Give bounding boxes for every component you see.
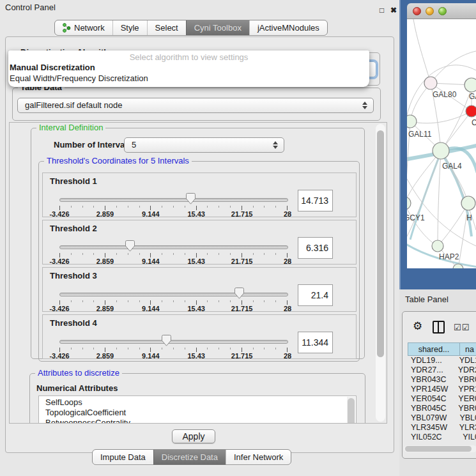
node-attribute-table: shared... na YDL19...YDL1YDR27...YDR2YBR… [408, 342, 476, 442]
table-cell[interactable]: YIL0 [458, 433, 476, 442]
table-cell[interactable]: YPR1 [454, 385, 476, 394]
tab-style[interactable]: Style [112, 20, 147, 35]
combobox-arrows-icon [362, 98, 367, 112]
list-scrollbar[interactable] [347, 397, 355, 424]
threshold-slider-thumb[interactable] [162, 335, 171, 346]
tab-label: Cyni Toolbox [194, 23, 242, 33]
threshold-slider-thumb[interactable] [125, 240, 135, 252]
close-icon[interactable]: ✖ [390, 3, 397, 18]
dropdown-option-equal-width[interactable]: Equal Width/Frequency Discretization [8, 73, 369, 84]
table-cell[interactable]: YDL19... [408, 356, 455, 365]
table-cell[interactable]: YIL052C [408, 433, 458, 442]
tab-network[interactable]: Network [55, 20, 112, 35]
table-cell[interactable]: YBL079W [408, 413, 455, 423]
threshold-panel: Threshold 4 -3.4262.8599.14415.4321.7152… [42, 314, 357, 359]
threshold-slider-track[interactable] [59, 245, 288, 249]
threshold-value-field[interactable]: 11.344 [298, 332, 333, 353]
split-view-icon[interactable] [433, 321, 445, 334]
network-node-gcy1[interactable] [407, 197, 411, 210]
threshold-slider-track[interactable] [59, 293, 288, 296]
tab-jactivemnodules[interactable]: jActiveMNodules [249, 20, 327, 35]
select-columns-icon[interactable]: ☑☑ [454, 323, 470, 332]
table-cell[interactable]: YER0 [454, 394, 476, 404]
table-cell[interactable]: YBR0 [454, 375, 476, 385]
slider-tick-labels: -3.4262.8599.14415.4321.71528 [59, 352, 288, 360]
network-node-h[interactable] [461, 196, 475, 210]
horizontal-scrollbar-thumb[interactable] [405, 446, 472, 452]
minimize-traffic-light[interactable] [426, 7, 434, 15]
zoom-traffic-light[interactable] [438, 7, 447, 15]
number-of-intervals-label: Number of Intervals [54, 140, 132, 150]
threshold-slider-track[interactable] [59, 340, 288, 344]
network-node-gal11[interactable] [407, 115, 417, 128]
table-row[interactable]: YDL19...YDL1 [408, 356, 476, 365]
threshold-value-field[interactable]: 6.316 [298, 237, 333, 259]
table-cell[interactable]: YDR27... [408, 365, 454, 375]
network-node-gal80[interactable] [424, 77, 437, 89]
dropdown-option-manual-discretization[interactable]: Manual Discretization [8, 62, 369, 73]
attribute-list-item[interactable]: TopologicalCoefficient [45, 408, 356, 418]
network-node-c[interactable] [466, 105, 476, 117]
table-cell[interactable]: YER054C [408, 394, 454, 404]
threshold-slider-track[interactable] [59, 198, 288, 202]
close-traffic-light[interactable] [413, 7, 421, 15]
node-label: C [472, 118, 476, 127]
network-canvas[interactable]: GAL80GACGAL11GAL4GCY1HHAP2 [407, 19, 476, 268]
cyni-toolbox-panel: Discretization Algorithm Table Data galF… [5, 36, 394, 453]
tab-cyni-toolbox[interactable]: Cyni Toolbox [186, 20, 249, 35]
node-label: GCY1 [407, 213, 425, 222]
table-row[interactable]: YBR043CYBR0 [408, 375, 476, 385]
node-label: HAP2 [439, 252, 459, 261]
tab-impute-data[interactable]: Impute Data [93, 450, 153, 464]
attribute-list-item[interactable]: SelfLoops [45, 397, 356, 408]
tab-label: Style [121, 23, 139, 33]
tick-label: 2.859 [96, 257, 114, 265]
number-of-intervals-value: 5 [132, 140, 136, 150]
number-of-intervals-spinner[interactable]: 5 [124, 137, 284, 153]
threshold-slider-thumb[interactable] [186, 193, 196, 204]
threshold-value-field[interactable]: 14.713 [298, 190, 333, 211]
table-row[interactable]: YLR345WYLR3 [408, 423, 476, 433]
attributes-group-title: Attributes to discretize [35, 369, 122, 378]
numerical-attributes-list[interactable]: SelfLoopsTopologicalCoefficientBetweenne… [38, 395, 357, 424]
table-row[interactable]: YBR045CYBR0 [408, 404, 476, 413]
column-header-shared-name[interactable]: shared... [408, 342, 460, 356]
threshold-value-field[interactable]: 21.4 [298, 284, 333, 306]
threshold-slider-thumb[interactable] [234, 288, 244, 299]
network-node-gal4[interactable] [433, 142, 449, 159]
settings-scroll-pane: Interval Definition Number of Intervals … [9, 122, 387, 424]
table-cell[interactable]: YDL1 [455, 356, 476, 365]
vertical-scrollbar-thumb[interactable] [377, 130, 384, 357]
node-label: GA [469, 92, 476, 101]
tick-label: 21.715 [231, 305, 253, 312]
tab-discretize-data[interactable]: Discretize Data [153, 450, 226, 464]
tab-infer-network[interactable]: Infer Network [226, 450, 291, 464]
table-cell[interactable]: YDR2 [454, 365, 476, 375]
column-header-name[interactable]: na [460, 342, 476, 356]
table-row[interactable]: YER054CYER0 [408, 394, 476, 404]
table-cell[interactable]: YBR043C [408, 375, 454, 385]
node-label: GAL11 [408, 130, 432, 139]
float-window-icon[interactable]: □ [380, 3, 384, 18]
tab-select[interactable]: Select [147, 20, 186, 35]
settings-gear-icon[interactable]: ⚙ [413, 319, 422, 333]
table-data-combobox[interactable]: galFiltered.sif default node [17, 98, 374, 113]
network-node-hap2[interactable] [432, 240, 443, 252]
table-cell[interactable]: YBR045C [408, 404, 454, 413]
table-row[interactable]: YDR27...YDR2 [408, 365, 476, 375]
table-cell[interactable]: YLR3 [455, 423, 476, 433]
table-row[interactable]: YIL052CYIL0 [408, 433, 476, 442]
table-cell[interactable]: YLR345W [408, 423, 455, 433]
horizontal-scrollbar[interactable] [404, 445, 476, 452]
table-row[interactable]: YBL079WYBL0 [408, 413, 476, 423]
attribute-list-item[interactable]: BetweennessCentrality [45, 418, 356, 424]
apply-button[interactable]: Apply [172, 429, 215, 443]
network-node-ga[interactable] [464, 78, 476, 92]
threshold-panel: Threshold 1 -3.4262.8599.14415.4321.7152… [42, 173, 357, 217]
table-cell[interactable]: YBR0 [454, 404, 476, 413]
table-cell[interactable]: YPR145W [408, 385, 454, 394]
table-cell[interactable]: YBL0 [455, 413, 476, 423]
vertical-scrollbar[interactable] [376, 124, 385, 422]
table-row[interactable]: YPR145WYPR1 [408, 385, 476, 394]
spinner-arrows-icon[interactable] [273, 138, 278, 152]
